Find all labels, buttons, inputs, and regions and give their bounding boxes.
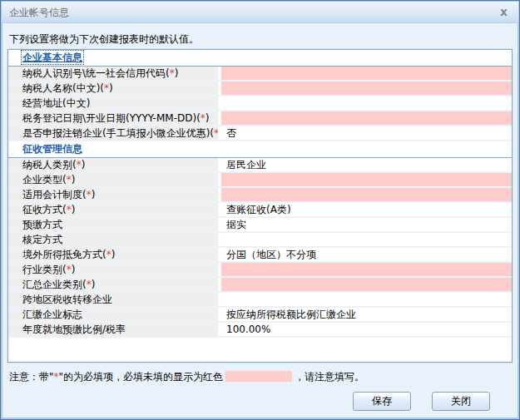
form-panel: 企业基本信息纳税人识别号\统一社会信用代码(*)纳税人名称(中文)(*)经营地址…: [7, 49, 513, 363]
note-text-1: 注意：带": [9, 371, 54, 383]
field-value[interactable]: 100.00%: [221, 323, 512, 336]
field-label: 年度就地预缴比例/税率: [8, 323, 221, 336]
section-header: 征收管理信息: [8, 141, 512, 158]
close-icon[interactable]: x: [500, 5, 508, 18]
titlebar[interactable]: 企业帐号信息 x: [2, 2, 518, 23]
field-label: 汇缴企业标志: [8, 308, 221, 321]
field-value[interactable]: [221, 96, 512, 110]
form-row: 汇缴企业标志按应纳所得税额比例汇缴企业: [8, 308, 512, 323]
field-value[interactable]: 分国（地区）不分项: [221, 248, 512, 261]
section-header-link[interactable]: 征收管理信息: [22, 143, 82, 155]
required-star: *: [170, 67, 175, 79]
required-star: *: [87, 189, 92, 200]
field-value[interactable]: [221, 111, 512, 125]
required-star: *: [67, 204, 72, 215]
form-row: 税务登记日期\开业日期(YYYY-MM-DD)(*): [8, 111, 512, 126]
field-label: 汇总企业类别(*): [8, 278, 221, 291]
form-row: 跨地区税收转移企业: [8, 293, 512, 308]
field-value[interactable]: 据实: [221, 218, 512, 231]
form-row: 年度就地预缴比例/税率100.00%: [8, 323, 512, 338]
required-star: *: [67, 174, 72, 185]
save-button[interactable]: 保存: [353, 392, 411, 411]
required-star: *: [214, 127, 219, 139]
field-label: 适用会计制度(*): [8, 188, 221, 201]
field-value[interactable]: [221, 67, 512, 80]
field-label: 纳税人识别号\统一社会信用代码(*): [8, 67, 221, 80]
field-value[interactable]: [221, 233, 512, 246]
field-label: 跨地区税收转移企业: [8, 293, 221, 306]
note: 注意：带"*"的为必填项，必填未填的显示为红色，请注意填写。: [9, 370, 364, 384]
field-label: 企业类型(*): [8, 173, 221, 186]
field-value[interactable]: [221, 173, 512, 186]
field-value[interactable]: [221, 188, 512, 201]
form-row: 汇总企业类别(*): [8, 278, 512, 293]
form-row: 经营地址(中文): [8, 96, 512, 111]
required-color-swatch: [225, 371, 292, 382]
field-value[interactable]: [221, 293, 512, 306]
window-title: 企业帐号信息: [9, 6, 69, 20]
form-row: 纳税人类别(*)居民企业: [8, 158, 512, 173]
form-row: 纳税人名称(中文)(*): [8, 82, 512, 96]
field-label: 境外所得抵免方式(*): [8, 248, 221, 261]
field-label: 征收方式(*): [8, 203, 221, 216]
field-label: 核定方式: [8, 233, 221, 246]
dialog-window: 企业帐号信息 x 下列设置将做为下次创建报表时的默认值。 企业基本信息纳税人识别…: [0, 0, 520, 420]
field-label: 经营地址(中文): [8, 96, 221, 110]
form-row: 境外所得抵免方式(*)分国（地区）不分项: [8, 248, 512, 263]
form-row: 是否申报注销企业(手工填报小微企业优惠)(*)否: [8, 126, 512, 141]
field-label: 行业类别(*): [8, 263, 221, 276]
required-star: *: [87, 279, 92, 290]
section-header: 企业基本信息: [8, 50, 512, 67]
form-row: 纳税人识别号\统一社会信用代码(*): [8, 67, 512, 82]
form-row: 预缴方式据实: [8, 218, 512, 233]
field-label: 是否申报注销企业(手工填报小微企业优惠)(*): [8, 126, 221, 140]
form-row: 核定方式: [8, 233, 512, 248]
field-label: 纳税人类别(*): [8, 158, 221, 171]
note-text-2: "的为必填项，必填未填的显示为红色: [59, 371, 224, 383]
intro-text: 下列设置将做为下次创建报表时的默认值。: [9, 32, 199, 47]
required-star: *: [77, 159, 82, 170]
form-row: 适用会计制度(*): [8, 188, 512, 203]
field-label: 预缴方式: [8, 218, 221, 231]
section-header-link[interactable]: 企业基本信息: [22, 52, 82, 63]
required-star: *: [104, 82, 109, 94]
field-value[interactable]: 否: [221, 126, 512, 140]
close-button[interactable]: 关闭: [432, 392, 490, 411]
note-text-3: ，请注意填写。: [295, 371, 364, 383]
field-value[interactable]: 查账征收(A类): [221, 203, 512, 216]
footer: 保存 关闭: [353, 392, 490, 411]
field-value[interactable]: [221, 82, 512, 95]
required-star: *: [201, 112, 206, 124]
form-row: 企业类型(*): [8, 173, 512, 188]
field-label: 税务登记日期\开业日期(YYYY-MM-DD)(*): [8, 111, 221, 125]
required-star: *: [67, 264, 72, 275]
required-star: *: [106, 249, 111, 260]
field-value[interactable]: [221, 278, 512, 291]
field-value[interactable]: 按应纳所得税额比例汇缴企业: [221, 308, 512, 321]
form-row: 行业类别(*): [8, 263, 512, 278]
field-value[interactable]: [221, 263, 512, 276]
form-row: 征收方式(*)查账征收(A类): [8, 203, 512, 218]
field-value[interactable]: 居民企业: [221, 158, 512, 171]
field-label: 纳税人名称(中文)(*): [8, 82, 221, 95]
